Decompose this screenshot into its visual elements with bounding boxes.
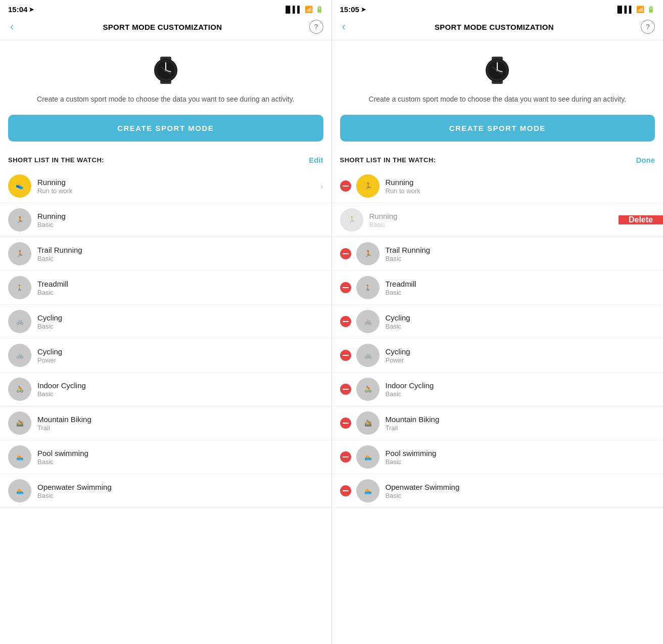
- sport-icon-cycling-power-2: 🚲: [356, 344, 380, 367]
- sport-icon-pool-swimming-1: 🏊: [8, 445, 31, 469]
- back-button-1[interactable]: ‹: [8, 20, 16, 33]
- svg-text:🚲: 🚲: [364, 317, 371, 325]
- sport-name: Trail Running: [37, 246, 82, 254]
- delete-button-2[interactable]: Delete: [619, 215, 663, 224]
- svg-text:🏊: 🏊: [16, 487, 24, 494]
- list-item[interactable]: 🚵 Mountain Biking Trail: [0, 406, 332, 440]
- sport-subtitle: Basic: [37, 289, 68, 296]
- svg-text:🚲: 🚲: [364, 351, 371, 359]
- sport-icon-openwater-swimming-2: 🏊: [356, 479, 380, 502]
- nav-title-2: SPORT MODE CUSTOMIZATION: [348, 23, 641, 31]
- sport-name: Openwater Swimming: [37, 483, 112, 491]
- delete-minus-mountain-biking[interactable]: [340, 418, 351, 429]
- svg-text:🏊: 🏊: [16, 453, 24, 461]
- sport-icon-indoor-cycling-1: 🚴: [8, 378, 31, 401]
- screen-2: 15:05 ➤ ▐▌▌▌ 📶 🔋 ‹ SPORT MODE CUSTOMIZAT…: [332, 0, 664, 644]
- sport-icon-running-basic-2: 🏃: [340, 208, 363, 232]
- list-header-1: SHORT LIST IN THE WATCH: Edit: [0, 152, 332, 169]
- sport-icon-running-gold-2: 🏃: [356, 174, 380, 198]
- delete-minus-treadmill[interactable]: [340, 282, 351, 293]
- sport-subtitle: Basic: [386, 390, 434, 398]
- svg-text:🚶: 🚶: [16, 284, 23, 291]
- list-item[interactable]: 🚲 Cycling Power: [332, 339, 664, 373]
- status-icons-2: ▐▌▌▌ 📶 🔋: [615, 6, 655, 13]
- list-header-title-1: SHORT LIST IN THE WATCH:: [8, 156, 104, 164]
- nav-title-1: SPORT MODE CUSTOMIZATION: [16, 23, 309, 31]
- list-item[interactable]: 🏃 Running Basic: [0, 203, 332, 237]
- status-icons-1: ▐▌▌▌ 📶 🔋: [283, 6, 323, 13]
- sport-subtitle: Run to work: [386, 187, 420, 195]
- list-item[interactable]: 🏃 Trail Running Basic: [0, 237, 332, 271]
- list-item[interactable]: 🚶 Treadmill Basic: [0, 271, 332, 305]
- back-button-2[interactable]: ‹: [340, 20, 348, 33]
- list-item[interactable]: 🏊 Pool swimming Basic: [332, 440, 664, 474]
- sport-subtitle: Power: [386, 356, 410, 364]
- sport-icon-running-1: 👟: [8, 174, 31, 198]
- svg-text:🚲: 🚲: [16, 351, 24, 359]
- chevron-right-icon: ›: [320, 181, 323, 192]
- svg-text:🏊: 🏊: [364, 487, 371, 494]
- sport-name: Cycling: [37, 347, 62, 356]
- edit-button-1[interactable]: Edit: [309, 156, 323, 164]
- sport-subtitle: Basic: [369, 221, 398, 228]
- list-item[interactable]: 🚲 Cycling Basic: [332, 305, 664, 339]
- delete-minus-indoor-cycling[interactable]: [340, 384, 351, 395]
- sport-list-1: 👟 Running Run to work › 🏃 Running: [0, 169, 332, 644]
- delete-minus-openwater[interactable]: [340, 485, 351, 496]
- battery-icon-1: 🔋: [315, 6, 323, 13]
- sport-subtitle: Basic: [37, 323, 62, 330]
- sport-icon-cycling-power-1: 🚲: [8, 344, 31, 367]
- create-sport-mode-button-1[interactable]: CREATE SPORT MODE: [8, 115, 323, 142]
- svg-text:🚶: 🚶: [364, 284, 371, 291]
- list-item[interactable]: 👟 Running Run to work ›: [0, 169, 332, 203]
- sport-name: Indoor Cycling: [386, 381, 434, 390]
- delete-minus-cycling-2[interactable]: [340, 350, 351, 361]
- list-item[interactable]: 🏊 Openwater Swimming Basic: [0, 474, 332, 508]
- list-item[interactable]: 🚶 Treadmill Basic: [332, 271, 664, 305]
- svg-text:🚴: 🚴: [16, 385, 24, 393]
- list-item[interactable]: 🚵 Mountain Biking Trail: [332, 406, 664, 440]
- list-header-title-2: SHORT LIST IN THE WATCH:: [340, 156, 436, 164]
- svg-text:🏃: 🏃: [348, 216, 355, 223]
- list-item[interactable]: 🏃 Trail Running Basic: [332, 237, 664, 271]
- time-2: 15:05 ➤: [340, 5, 366, 14]
- sport-icon-openwater-swimming-1: 🏊: [8, 479, 31, 502]
- list-item[interactable]: 🚲 Cycling Basic: [0, 305, 332, 339]
- list-item[interactable]: 🏊 Pool swimming Basic: [0, 440, 332, 474]
- sport-icon-indoor-cycling-2: 🚴: [356, 378, 380, 401]
- list-item[interactable]: 🚴 Indoor Cycling Basic: [332, 373, 664, 406]
- sport-icon-cycling-1: 🚲: [8, 310, 31, 333]
- sport-list-2: 🏃 Running Run to work 🏃 Running: [332, 169, 664, 644]
- delete-minus-trail[interactable]: [340, 248, 351, 259]
- list-item[interactable]: 🏃 Running Run to work: [332, 169, 664, 203]
- help-button-1[interactable]: ?: [309, 20, 323, 34]
- list-item-swiped[interactable]: 🏃 Running Basic Delete: [332, 203, 664, 237]
- sport-icon-pool-swimming-2: 🏊: [356, 445, 380, 469]
- sport-name: Trail Running: [386, 246, 431, 254]
- delete-minus-pool-swimming[interactable]: [340, 451, 351, 463]
- sport-subtitle: Basic: [37, 458, 88, 466]
- list-item[interactable]: 🏊 Openwater Swimming Basic: [332, 474, 664, 508]
- sport-subtitle: Trail: [386, 424, 440, 432]
- delete-minus-cycling-1[interactable]: [340, 316, 351, 327]
- svg-text:🏃: 🏃: [16, 216, 24, 223]
- delete-minus-running-1[interactable]: [340, 180, 351, 192]
- wifi-icon-1: 📶: [305, 6, 313, 13]
- sport-subtitle: Power: [37, 356, 62, 364]
- battery-icon-2: 🔋: [647, 6, 655, 13]
- list-item[interactable]: 🚴 Indoor Cycling Basic: [0, 373, 332, 406]
- create-sport-mode-button-2[interactable]: CREATE SPORT MODE: [340, 115, 655, 142]
- sport-name: Openwater Swimming: [386, 483, 460, 491]
- help-button-2[interactable]: ?: [641, 20, 655, 34]
- sport-subtitle: Basic: [37, 492, 112, 499]
- sport-name: Cycling: [37, 313, 62, 322]
- nav-bar-1: ‹ SPORT MODE CUSTOMIZATION ?: [0, 16, 332, 40]
- sport-name: Mountain Biking: [386, 415, 440, 424]
- description-2: Create a custom sport mode to choose the…: [332, 94, 664, 115]
- done-button-2[interactable]: Done: [636, 156, 655, 164]
- sport-subtitle: Basic: [386, 289, 416, 296]
- sport-icon-running-basic-1: 🏃: [8, 208, 31, 232]
- list-item[interactable]: 🚲 Cycling Power: [0, 339, 332, 373]
- sport-subtitle: Run to work: [37, 187, 72, 195]
- list-header-2: SHORT LIST IN THE WATCH: Done: [332, 152, 664, 169]
